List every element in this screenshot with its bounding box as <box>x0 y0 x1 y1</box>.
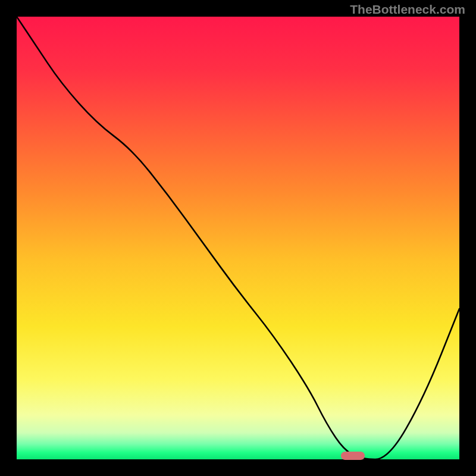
plot-area <box>17 17 459 459</box>
watermark-text: TheBottleneck.com <box>350 2 465 17</box>
bottleneck-curve-path <box>17 17 459 459</box>
bottleneck-curve <box>17 17 459 459</box>
optimal-marker <box>341 452 365 460</box>
